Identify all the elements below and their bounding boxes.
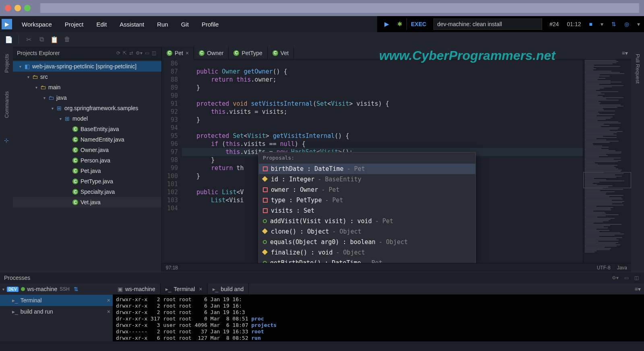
projects-explorer-panel: Projects Explorer ⟳ ⇱ ⇄ ⚙▾ ▭ ◫ ▾◧web-jav… (13, 47, 162, 272)
vtab-projects[interactable]: Projects (4, 51, 10, 76)
tree-node[interactable]: ▾⊞org.springframework.samples (13, 103, 161, 113)
project-tree[interactable]: ▾◧web-java-spring-petclinic [spring-petc… (13, 60, 161, 272)
tree-node[interactable]: CSpecialty.java (13, 187, 161, 197)
refresh-icon[interactable]: ⟳ (115, 50, 122, 56)
run-command-input[interactable] (433, 18, 542, 30)
editor-tab-pet[interactable]: CPet× (162, 47, 194, 60)
proposal-item[interactable]: birthDate : DateTime - Pet (259, 164, 475, 174)
terminal-tab[interactable]: ▸_build and (208, 283, 249, 295)
editor-status-bar: 97:18 UTF-8 Java (162, 263, 631, 272)
close-window-button[interactable] (5, 5, 11, 11)
terminal-tab[interactable]: ▸_Terminal× (161, 283, 208, 295)
processes-tree[interactable]: ▾ DEV ws-machine SSH ⇅ ▸_Terminal×▸_buil… (0, 283, 113, 341)
processes-dock-icon[interactable]: ◫ (633, 275, 640, 281)
processes-minimize-icon[interactable]: ▭ (623, 275, 630, 281)
link-icon[interactable]: ⇄ (128, 50, 134, 56)
ssh-icon[interactable]: ⇅ (74, 286, 78, 292)
proposal-item[interactable]: id : Integer - BaseEntity (259, 174, 475, 185)
editor-tab-vet[interactable]: CVet (268, 47, 294, 60)
menu-workspace[interactable]: Workspace (15, 21, 58, 28)
debug-button[interactable]: ✱ (393, 21, 407, 28)
process-machine[interactable]: ▾ DEV ws-machine SSH ⇅ (0, 283, 113, 295)
proposal-item[interactable]: getBirthDate() : DateTime - Pet (259, 258, 475, 263)
menu-assistant[interactable]: Assistant (113, 21, 151, 28)
projects-panel-title: Projects Explorer (17, 50, 115, 56)
close-process-icon[interactable]: × (107, 297, 110, 304)
tree-node[interactable]: COwner.java (13, 145, 161, 155)
proposal-item[interactable]: owner : Owner - Pet (259, 185, 475, 195)
maximize-window-button[interactable] (24, 5, 31, 11)
run-dropdown-icon[interactable]: ▾ (597, 21, 607, 27)
left-vertical-tabs: Projects Commands ⊹ (0, 47, 13, 272)
proposal-item[interactable]: equals(Object arg0) : boolean - Object (259, 237, 475, 247)
menu-project[interactable]: Project (58, 21, 90, 28)
machine-name: ws-machine (27, 286, 58, 292)
expand-menu-button[interactable]: ▶ (2, 19, 12, 29)
vtab-extra-icon[interactable]: ⊹ (4, 137, 9, 144)
menu-git[interactable]: Git (175, 21, 195, 28)
toolbar: 📄 ✂ ⧉ 📋 🗑 (0, 32, 644, 47)
tree-node[interactable]: ▾◧web-java-spring-petclinic [spring-petc… (13, 61, 161, 72)
copy-icon[interactable]: ⧉ (36, 34, 47, 45)
tree-node[interactable]: ▾🗀src (13, 72, 161, 82)
file-language: Java (617, 265, 627, 271)
tree-node[interactable]: ▾⊞model (13, 113, 161, 124)
terminal-tabs-dropdown-icon[interactable]: ≡▾ (635, 286, 641, 292)
autocomplete-popup[interactable]: Proposals: birthDate : DateTime - Petid … (258, 152, 476, 263)
terminal-tabs: ▣ws-machine▸_Terminal×▸_build and≡▾ (113, 283, 644, 295)
menu-profile[interactable]: Profile (195, 21, 225, 28)
tree-node[interactable]: CVet.java (13, 197, 161, 207)
dock-panel-icon[interactable]: ◫ (151, 50, 157, 56)
proposal-item[interactable]: addVisit(Visit visit) : void - Pet (259, 216, 475, 226)
tree-node[interactable]: CPerson.java (13, 155, 161, 166)
process-item[interactable]: ▸_Terminal× (0, 295, 113, 306)
editor-tabs-dropdown-icon[interactable]: ≡▾ (622, 50, 628, 56)
close-tab-icon[interactable]: × (199, 286, 202, 292)
target-dropdown-icon[interactable]: ▾ (633, 21, 644, 27)
minimap[interactable] (583, 60, 631, 263)
minimize-panel-icon[interactable]: ▭ (144, 50, 151, 56)
dev-badge: DEV (7, 287, 19, 292)
minimize-window-button[interactable] (14, 5, 21, 11)
cut-icon[interactable]: ✂ (23, 34, 34, 45)
terminal-tab[interactable]: ▣ws-machine (113, 283, 161, 295)
target-icon[interactable]: ◎ (620, 21, 633, 27)
processes-panel: Processes ⚙▾ ▭ ◫ ▾ DEV ws-machine SSH ⇅ … (0, 272, 644, 351)
proposal-item[interactable]: visits : Set (259, 205, 475, 216)
proposal-item[interactable]: type : PetType - Pet (259, 195, 475, 205)
proposal-item[interactable]: clone() : Object - Object (259, 226, 475, 237)
delete-icon[interactable]: 🗑 (62, 34, 73, 45)
gear-icon[interactable]: ⚙▾ (134, 50, 144, 56)
status-dot-icon (21, 287, 25, 291)
editor-tab-owner[interactable]: COwner (194, 47, 229, 60)
close-process-icon[interactable]: × (107, 308, 110, 315)
menu-bar: ▶ WorkspaceProjectEditAssistantRunGitPro… (0, 16, 644, 32)
tree-node[interactable]: CBaseEntity.java (13, 124, 161, 134)
code-editor[interactable]: 8687888990919293949596979899100101102103… (162, 60, 631, 263)
stop-button[interactable]: ■ (585, 21, 597, 27)
tree-node[interactable]: CPet.java (13, 166, 161, 176)
vtab-commands[interactable]: Commands (4, 88, 10, 121)
collapse-icon[interactable]: ⇱ (122, 50, 128, 56)
close-tab-icon[interactable]: × (186, 50, 189, 56)
remote-icon[interactable]: ⇅ (607, 21, 620, 27)
exec-label: EXEC (407, 18, 430, 30)
tree-node[interactable]: CPetType.java (13, 176, 161, 187)
run-button[interactable]: ▶ (380, 21, 393, 28)
tree-node[interactable]: ▾🗀java (13, 92, 161, 103)
paste-icon[interactable]: 📋 (49, 34, 60, 45)
ssh-label: SSH (60, 286, 70, 292)
processes-gear-icon[interactable]: ⚙▾ (611, 275, 620, 281)
proposal-item[interactable]: finalize() : void - Object (259, 247, 475, 258)
editor-tab-pettype[interactable]: CPetType (229, 47, 267, 60)
menu-run[interactable]: Run (151, 21, 175, 28)
menu-edit[interactable]: Edit (90, 21, 113, 28)
run-time: 01:12 (563, 21, 585, 27)
tree-node[interactable]: CNamedEntity.java (13, 134, 161, 145)
new-file-icon[interactable]: 📄 (3, 34, 14, 45)
process-item[interactable]: ▸_build and run× (0, 306, 113, 317)
tree-node[interactable]: ▾🗀main (13, 82, 161, 92)
terminal-output[interactable]: drwxr-xr-x 2 root root 6 Jan 19 16: drwx… (113, 295, 644, 341)
proposals-title: Proposals: (259, 152, 475, 164)
vtab-pull-request[interactable]: Pull Request (635, 51, 641, 87)
